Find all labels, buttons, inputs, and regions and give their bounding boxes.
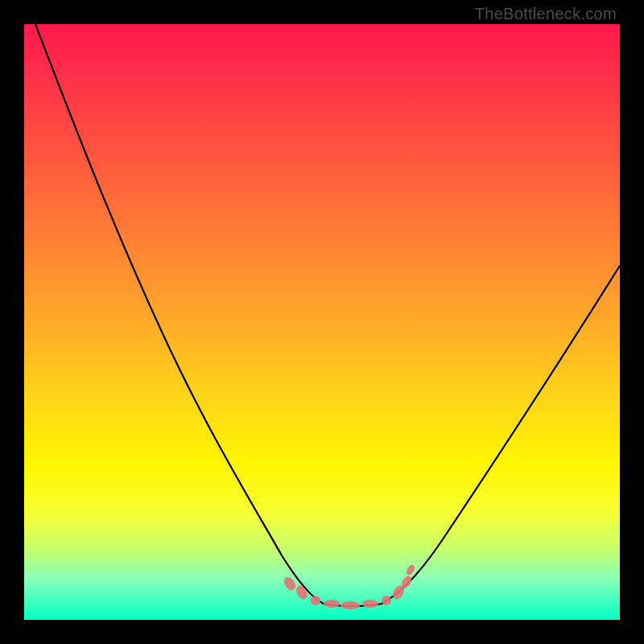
watermark-text: TheBottleneck.com <box>475 5 617 23</box>
valley-markers <box>282 564 416 609</box>
left-curve <box>35 24 324 604</box>
svg-point-3 <box>324 600 340 608</box>
svg-point-9 <box>405 564 416 576</box>
svg-point-4 <box>341 601 360 609</box>
svg-point-0 <box>282 575 298 592</box>
chart-frame: TheBottleneck.com <box>0 0 644 644</box>
svg-point-2 <box>311 596 320 605</box>
svg-point-6 <box>382 596 391 605</box>
svg-point-5 <box>362 600 378 608</box>
curve-layer <box>24 24 620 620</box>
plot-area <box>24 24 620 620</box>
right-curve <box>382 266 620 604</box>
svg-point-1 <box>294 584 309 601</box>
